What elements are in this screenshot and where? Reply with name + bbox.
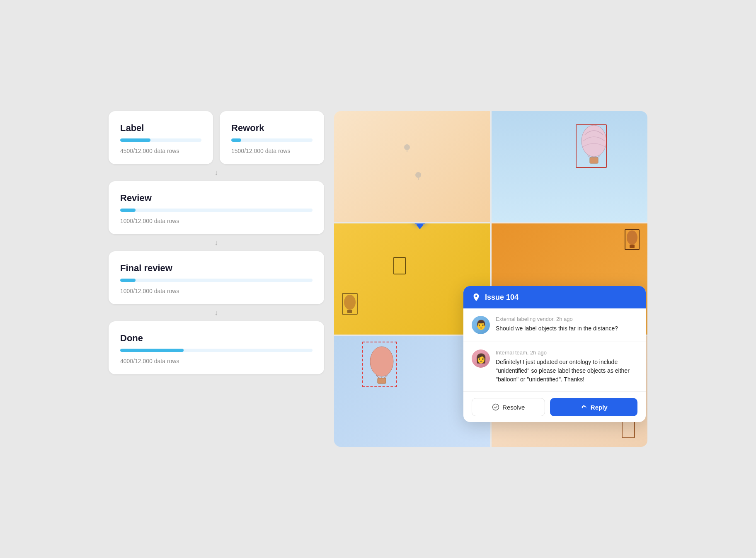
location-pin-icon xyxy=(472,293,481,302)
resolve-button[interactable]: Resolve xyxy=(472,398,545,416)
issue-card: Issue 104 👨 External labeling vendor, 2h… xyxy=(463,286,646,422)
comment-content-2: Internal team, 2h ago Definitely! I just… xyxy=(496,349,637,384)
stage-title-final-review: Final review xyxy=(120,263,313,274)
svg-point-2 xyxy=(344,295,356,310)
stage-title-review: Review xyxy=(120,193,313,204)
left-panel: Label 4500/12,000 data rows Rework 1500/… xyxy=(109,111,324,374)
issue-pin-tail xyxy=(417,225,423,229)
comment-author-2: Internal team, 2h ago xyxy=(496,349,637,356)
progress-bar-review-fill xyxy=(120,209,136,212)
progress-bar-label-wrap xyxy=(120,138,201,142)
comment-author-1: External labeling vendor, 2h ago xyxy=(496,316,618,322)
progress-bar-done-wrap xyxy=(120,349,313,352)
arrow-connector-1: ↓ xyxy=(109,164,324,181)
issue-card-header: Issue 104 xyxy=(463,286,646,308)
stage-title-label: Label xyxy=(120,123,201,133)
avatar-female: 👩 xyxy=(472,349,490,368)
svg-rect-3 xyxy=(347,310,352,313)
stage-title-rework: Rework xyxy=(231,123,313,133)
pin-1b xyxy=(415,172,421,178)
stage-meta-review: 1000/12,000 data rows xyxy=(120,218,313,224)
arrow-connector-3: ↓ xyxy=(109,304,324,321)
stage-meta-done: 4000/12,000 data rows xyxy=(120,358,313,364)
progress-bar-label-fill xyxy=(120,138,150,142)
issue-card-title: Issue 104 xyxy=(485,293,519,302)
reply-icon xyxy=(580,403,588,411)
issue-pin[interactable]: ! xyxy=(411,223,429,228)
pin-1a xyxy=(404,144,410,150)
balloon-4 xyxy=(625,229,640,250)
svg-rect-5 xyxy=(630,245,635,248)
progress-bar-review-wrap xyxy=(120,209,313,212)
progress-bar-rework-wrap xyxy=(231,138,313,142)
stage-card-review: Review 1000/12,000 data rows xyxy=(109,181,324,234)
label-box-3b xyxy=(393,257,406,274)
reply-button[interactable]: Reply xyxy=(550,398,637,416)
arrow-connector-2: ↓ xyxy=(109,234,324,251)
right-panel: ! xyxy=(334,111,647,447)
label-box-2 xyxy=(576,124,607,168)
svg-point-10 xyxy=(493,404,499,410)
progress-bar-done-fill xyxy=(120,349,184,352)
comment-text-2: Definitely! I just updated our ontology … xyxy=(496,358,637,384)
stage-card-done: Done 4000/12,000 data rows xyxy=(109,321,324,374)
stage-row-top: Label 4500/12,000 data rows Rework 1500/… xyxy=(109,111,324,164)
svg-point-4 xyxy=(627,230,637,245)
stage-meta-rework: 1500/12,000 data rows xyxy=(231,148,313,154)
main-container: Label 4500/12,000 data rows Rework 1500/… xyxy=(109,111,647,447)
label-box-6 xyxy=(622,420,635,438)
progress-bar-rework-fill xyxy=(231,138,241,142)
stage-meta-label: 4500/12,000 data rows xyxy=(120,148,201,154)
selection-box-5 xyxy=(362,342,397,387)
image-cell-2 xyxy=(492,111,647,222)
check-circle-icon xyxy=(492,403,499,411)
stage-card-rework: Rework 1500/12,000 data rows xyxy=(220,111,324,164)
comment-content-1: External labeling vendor, 2h ago Should … xyxy=(496,316,618,333)
stage-card-label: Label 4500/12,000 data rows xyxy=(109,111,213,164)
comment-text-1: Should we label objects this far in the … xyxy=(496,324,618,333)
progress-bar-final-review-fill xyxy=(120,279,136,282)
stage-meta-final-review: 1000/12,000 data rows xyxy=(120,288,313,294)
stage-title-done: Done xyxy=(120,333,313,344)
avatar-male: 👨 xyxy=(472,316,490,334)
issue-card-footer: Resolve Reply xyxy=(463,392,646,422)
image-cell-1 xyxy=(334,111,490,222)
stage-card-final-review: Final review 1000/12,000 data rows xyxy=(109,251,324,304)
comment-block-1: 👨 External labeling vendor, 2h ago Shoul… xyxy=(463,308,646,342)
balloon-3a xyxy=(342,293,358,315)
comment-block-2: 👩 Internal team, 2h ago Definitely! I ju… xyxy=(463,342,646,392)
progress-bar-final-review-wrap xyxy=(120,279,313,282)
